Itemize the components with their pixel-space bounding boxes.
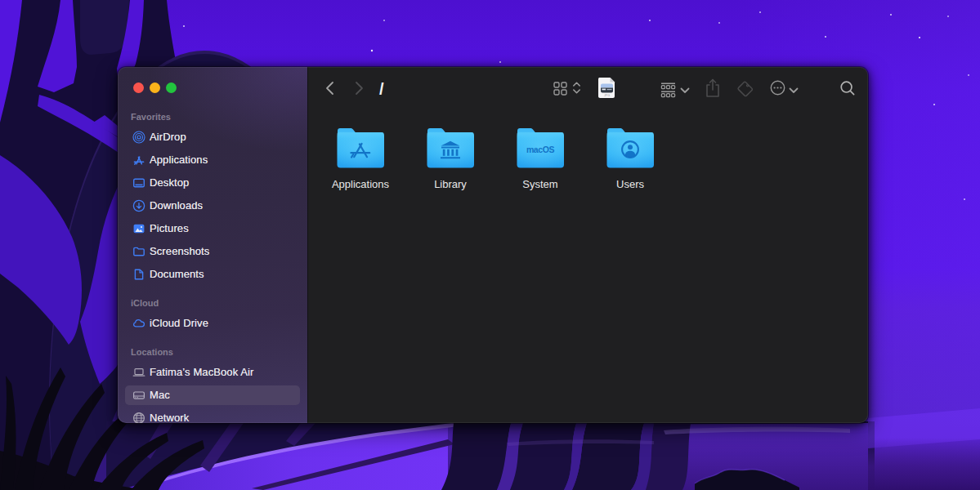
svg-text:JPG: JPG: [604, 94, 610, 97]
svg-text:macOS: macOS: [526, 145, 555, 154]
